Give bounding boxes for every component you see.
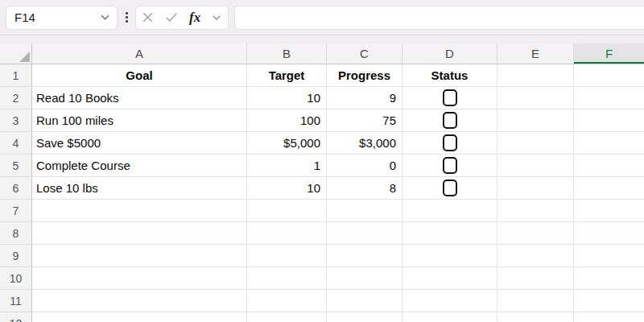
row-header-8[interactable]: 8 (0, 222, 32, 245)
cell-f3[interactable] (574, 109, 644, 132)
select-all-corner[interactable] (0, 43, 32, 64)
cell-e12[interactable] (497, 312, 574, 322)
cell-c10[interactable] (327, 267, 402, 290)
cell-d1-status-header[interactable]: Status (402, 64, 497, 87)
row-header-9[interactable]: 9 (0, 245, 32, 267)
cell-c11[interactable] (327, 290, 402, 312)
row-header-3[interactable]: 3 (0, 109, 32, 132)
cell-c9[interactable] (327, 245, 402, 267)
cell-b7[interactable] (247, 200, 327, 222)
cell-c5-progress[interactable]: 0 (327, 155, 402, 177)
cell-d12[interactable] (402, 312, 497, 322)
cell-a11[interactable] (32, 290, 247, 312)
row-header-4[interactable]: 4 (0, 132, 32, 155)
insert-function-icon[interactable]: fx (189, 10, 200, 24)
cell-a1-goal-header[interactable]: Goal (32, 64, 247, 87)
cell-a5-goal[interactable]: Complete Course (32, 155, 247, 177)
cell-f7[interactable] (574, 200, 644, 222)
cell-f10[interactable] (574, 267, 644, 290)
cell-b5-target[interactable]: 1 (247, 155, 327, 177)
row-header-10[interactable]: 10 (0, 267, 32, 290)
status-checkbox[interactable] (443, 180, 457, 196)
cell-e1[interactable] (497, 64, 574, 87)
cell-a8[interactable] (32, 222, 247, 245)
cell-c12[interactable] (327, 312, 402, 322)
cell-e5[interactable] (497, 155, 574, 177)
cell-c6-progress[interactable]: 8 (327, 177, 402, 200)
cell-e2[interactable] (497, 87, 574, 109)
cell-d6-status[interactable] (402, 177, 497, 200)
cell-e11[interactable] (497, 290, 574, 312)
cell-b11[interactable] (247, 290, 327, 312)
row-header-2[interactable]: 2 (0, 87, 32, 109)
cell-e9[interactable] (497, 245, 574, 267)
cell-a9[interactable] (32, 245, 247, 267)
cancel-icon[interactable] (142, 11, 154, 23)
cell-c4-progress[interactable]: $3,000 (327, 132, 402, 155)
drag-handle-icon[interactable] (126, 12, 128, 23)
cell-d2-status[interactable] (402, 87, 497, 109)
column-header-d[interactable]: D (402, 43, 497, 64)
cell-e3[interactable] (497, 109, 574, 132)
row-header-6[interactable]: 6 (0, 177, 32, 200)
row-header-5[interactable]: 5 (0, 155, 32, 177)
row-header-11[interactable]: 11 (0, 290, 32, 312)
column-header-b[interactable]: B (247, 43, 327, 64)
status-checkbox[interactable] (443, 157, 457, 174)
cell-a2-goal[interactable]: Read 10 Books (32, 87, 247, 109)
cell-d7[interactable] (402, 200, 497, 222)
row-header-12[interactable]: 12 (0, 312, 32, 322)
status-checkbox[interactable] (443, 134, 457, 151)
column-header-f-selected[interactable]: F (574, 43, 644, 64)
cell-f1[interactable] (574, 64, 644, 87)
cell-e7[interactable] (497, 200, 574, 222)
cell-f4[interactable] (574, 132, 644, 155)
formula-bar-input[interactable] (234, 6, 644, 30)
status-checkbox[interactable] (443, 89, 457, 106)
cell-b10[interactable] (247, 267, 327, 290)
column-header-c[interactable]: C (327, 43, 402, 64)
cell-c3-progress[interactable]: 75 (327, 109, 402, 132)
cell-f6[interactable] (574, 177, 644, 200)
cell-c2-progress[interactable]: 9 (327, 87, 402, 109)
cell-b3-target[interactable]: 100 (247, 109, 327, 132)
cell-b2-target[interactable]: 10 (247, 87, 327, 109)
cell-a4-goal[interactable]: Save $5000 (32, 132, 247, 155)
cell-d4-status[interactable] (402, 132, 497, 155)
cell-c1-progress-header[interactable]: Progress (327, 64, 402, 87)
row-header-1[interactable]: 1 (0, 64, 32, 87)
cell-f8[interactable] (574, 222, 644, 245)
cell-b8[interactable] (247, 222, 327, 245)
cell-d8[interactable] (402, 222, 497, 245)
chevron-down-icon[interactable] (212, 13, 221, 23)
name-box[interactable]: F14 (6, 6, 118, 30)
cell-d11[interactable] (402, 290, 497, 312)
column-header-a[interactable]: A (32, 43, 247, 64)
cell-c8[interactable] (327, 222, 402, 245)
cell-b1-target-header[interactable]: Target (247, 64, 327, 87)
cell-d3-status[interactable] (402, 109, 497, 132)
cell-d9[interactable] (402, 245, 497, 267)
cell-c7[interactable] (327, 200, 402, 222)
cell-b9[interactable] (247, 245, 327, 267)
cell-e6[interactable] (497, 177, 574, 200)
chevron-down-icon[interactable] (100, 12, 110, 23)
cell-f5[interactable] (574, 155, 644, 177)
cell-e4[interactable] (497, 132, 574, 155)
enter-check-icon[interactable] (165, 11, 178, 23)
cell-e8[interactable] (497, 222, 574, 245)
cell-d10[interactable] (402, 267, 497, 290)
row-header-7[interactable]: 7 (0, 200, 32, 222)
cell-a12[interactable] (32, 312, 247, 322)
cell-b12[interactable] (247, 312, 327, 322)
cell-e10[interactable] (497, 267, 574, 290)
cell-b6-target[interactable]: 10 (247, 177, 327, 200)
cell-d5-status[interactable] (402, 155, 497, 177)
column-header-e[interactable]: E (497, 43, 574, 64)
status-checkbox[interactable] (443, 112, 457, 129)
cell-a3-goal[interactable]: Run 100 miles (32, 109, 247, 132)
cell-f9[interactable] (574, 245, 644, 267)
cell-a6-goal[interactable]: Lose 10 lbs (32, 177, 247, 200)
cell-b4-target[interactable]: $5,000 (247, 132, 327, 155)
cell-f2[interactable] (574, 87, 644, 109)
